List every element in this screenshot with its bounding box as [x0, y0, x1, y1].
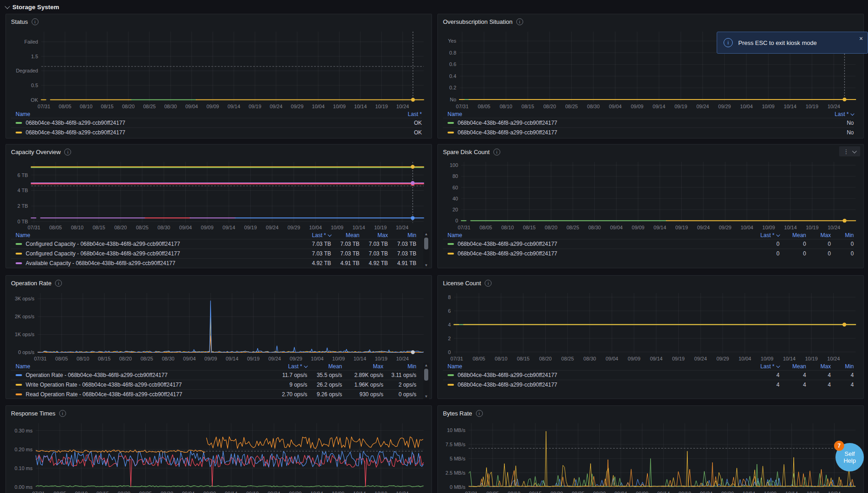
- legend-col-name[interactable]: Name: [448, 111, 799, 117]
- svg-text:09/19: 09/19: [672, 356, 685, 361]
- panel-title-status[interactable]: Status: [11, 18, 28, 25]
- legend-series-name[interactable]: Configured Capacity - 068b04ce-438b-46f8…: [26, 241, 180, 247]
- legend-scrollbar[interactable]: ▲▼: [423, 232, 429, 268]
- capacity-chart[interactable]: 0 TB2 TB4 TB6 TB07/3108/0508/1008/1508/2…: [11, 158, 426, 232]
- legend-col-last-[interactable]: Last *: [367, 111, 422, 117]
- scroll-up-icon[interactable]: ▲: [425, 363, 428, 368]
- panel-title-bytes[interactable]: Bytes Rate: [443, 410, 472, 417]
- info-icon[interactable]: i: [485, 280, 492, 287]
- info-icon[interactable]: i: [476, 410, 483, 417]
- info-icon[interactable]: i: [516, 18, 523, 25]
- legend-col-name[interactable]: Name: [16, 232, 295, 238]
- svg-text:10 MB/s: 10 MB/s: [447, 427, 466, 433]
- kebab-menu-icon[interactable]: ⋮: [843, 149, 849, 155]
- legend-col-mean[interactable]: Mean: [307, 363, 342, 370]
- legend-value: 26.2 ops/s: [307, 382, 342, 388]
- svg-text:09/09: 09/09: [206, 104, 219, 109]
- panel-title-oversub[interactable]: Oversubscription Situation: [443, 18, 513, 25]
- panel-title-oprate[interactable]: Operation Rate: [11, 280, 51, 287]
- legend-col-min[interactable]: Min: [383, 363, 416, 370]
- svg-text:09/09: 09/09: [204, 491, 216, 493]
- panel-title-resp[interactable]: Response Times: [11, 410, 55, 417]
- legend-row: Read Operation Rate - 068b04ce-438b-46f8…: [11, 389, 416, 399]
- legend-value: 0: [806, 241, 831, 247]
- resp-chart[interactable]: 0.00 ms0.10 ms0.20 ms0.30 ms07/3108/0508…: [11, 420, 426, 493]
- legend-series-name[interactable]: Read Operation Rate - 068b04ce-438b-46f8…: [26, 391, 182, 398]
- legend-series-name[interactable]: 068b04ce-438b-46f8-a299-ccb90ff24177: [458, 250, 557, 257]
- svg-text:Yes: Yes: [448, 38, 456, 44]
- legend-col-name[interactable]: Name: [16, 363, 267, 370]
- svg-text:09/29: 09/29: [291, 104, 304, 109]
- info-icon[interactable]: i: [64, 149, 71, 155]
- legend-col-name[interactable]: Name: [448, 363, 747, 370]
- scroll-thumb[interactable]: [424, 369, 428, 381]
- legend-col-name[interactable]: Name: [16, 111, 367, 117]
- spare-chart[interactable]: 02040608010007/3108/0508/1008/1508/2008/…: [443, 158, 858, 232]
- row-storage-system[interactable]: Storage System: [6, 2, 59, 12]
- panel-title-spare[interactable]: Spare Disk Count: [443, 149, 490, 155]
- legend-series-name[interactable]: Operation Rate - 068b04ce-438b-46f8-a299…: [26, 372, 167, 378]
- legend-series-name[interactable]: 068b04ce-438b-46f8-a299-ccb90ff24177: [458, 129, 557, 136]
- legend-series-name[interactable]: Write Operation Rate - 068b04ce-438b-46f…: [26, 382, 182, 388]
- legend-scrollbar[interactable]: ▲▼: [423, 363, 429, 399]
- svg-text:09/29: 09/29: [289, 491, 302, 493]
- svg-text:08/20: 08/20: [539, 356, 552, 361]
- self-help-button[interactable]: 7 Self Help: [835, 443, 864, 471]
- info-icon[interactable]: i: [32, 18, 39, 25]
- panel-title-capacity[interactable]: Capacity Overview: [11, 149, 61, 155]
- legend-series-name[interactable]: 068b04ce-438b-46f8-a299-ccb90ff24177: [458, 372, 557, 378]
- legend-series-name[interactable]: Available Capacity - 068b04ce-438b-46f8-…: [26, 260, 175, 266]
- legend-col-max[interactable]: Max: [806, 363, 831, 370]
- legend-col-mean[interactable]: Mean: [780, 232, 806, 238]
- panel-menu[interactable]: ⋮: [839, 146, 860, 156]
- status-chart[interactable]: OK0.5Degraded1.5Failed07/3108/0508/1008/…: [11, 28, 426, 111]
- legend-series-name[interactable]: 068b04ce-438b-46f8-a299-ccb90ff24177: [26, 129, 125, 136]
- legend-col-max[interactable]: Max: [342, 363, 383, 370]
- svg-text:100: 100: [450, 162, 458, 168]
- legend-col-last-[interactable]: Last *: [799, 111, 854, 117]
- legend-series-name[interactable]: 068b04ce-438b-46f8-a299-ccb90ff24177: [26, 120, 125, 126]
- legend-series-name[interactable]: 068b04ce-438b-46f8-a299-ccb90ff24177: [458, 120, 557, 126]
- legend-col-min[interactable]: Min: [831, 363, 854, 370]
- license-chart[interactable]: 0246807/3108/0508/1008/1508/2008/2508/30…: [443, 289, 858, 363]
- svg-text:08/10: 08/10: [77, 356, 89, 361]
- info-icon[interactable]: i: [59, 410, 66, 417]
- legend-col-mean[interactable]: Mean: [780, 363, 806, 370]
- scroll-thumb[interactable]: [424, 238, 428, 249]
- legend-col-mean[interactable]: Mean: [331, 232, 359, 238]
- svg-text:0: 0: [448, 349, 451, 355]
- close-icon[interactable]: ×: [858, 34, 864, 43]
- svg-text:Failed: Failed: [24, 39, 38, 44]
- legend-series-name[interactable]: 068b04ce-438b-46f8-a299-ccb90ff24177: [458, 241, 557, 247]
- legend-col-min[interactable]: Min: [831, 232, 854, 238]
- svg-text:09/24: 09/24: [697, 225, 710, 230]
- svg-text:0 ops/s: 0 ops/s: [18, 349, 35, 355]
- scroll-down-icon[interactable]: ▼: [425, 394, 428, 399]
- oprate-chart[interactable]: 0 ops/s1K ops/s2K ops/s3K ops/s07/3108/0…: [11, 289, 426, 363]
- legend-series: 068b04ce-438b-46f8-a299-ccb90ff24177: [448, 241, 747, 247]
- svg-text:4 TB: 4 TB: [17, 188, 28, 193]
- legend-col-name[interactable]: Name: [448, 232, 747, 238]
- legend-col-max[interactable]: Max: [359, 232, 388, 238]
- legend-col-max[interactable]: Max: [806, 232, 831, 238]
- svg-text:09/09: 09/09: [205, 356, 217, 361]
- legend-value: 1.96K ops/s: [342, 382, 383, 388]
- scroll-up-icon[interactable]: ▲: [425, 232, 428, 237]
- info-icon[interactable]: i: [55, 280, 62, 287]
- legend-series-name[interactable]: 068b04ce-438b-46f8-a299-ccb90ff24177: [458, 382, 557, 388]
- info-icon[interactable]: i: [493, 149, 500, 155]
- legend-col-last-[interactable]: Last *: [747, 232, 780, 238]
- series-color-swatch: [448, 122, 454, 124]
- legend-col-last-[interactable]: Last *: [295, 232, 331, 238]
- svg-text:09/14: 09/14: [222, 225, 235, 230]
- legend-series-name[interactable]: Configured Capacity - 068b04ce-438b-46f8…: [26, 250, 180, 257]
- svg-text:09/04: 09/04: [609, 104, 622, 109]
- bytes-chart[interactable]: 0 MB/s2.5 MB/s5 MB/s7.5 MB/s10 MB/s07/31…: [443, 420, 858, 493]
- chevron-down-icon[interactable]: [852, 149, 857, 153]
- legend-col-last-[interactable]: Last *: [267, 363, 307, 370]
- scroll-down-icon[interactable]: ▼: [425, 263, 428, 268]
- legend-col-min[interactable]: Min: [388, 232, 416, 238]
- legend-value: 11.7 ops/s: [267, 372, 307, 378]
- panel-title-license[interactable]: License Count: [443, 280, 481, 287]
- legend-col-last-[interactable]: Last *: [747, 363, 780, 370]
